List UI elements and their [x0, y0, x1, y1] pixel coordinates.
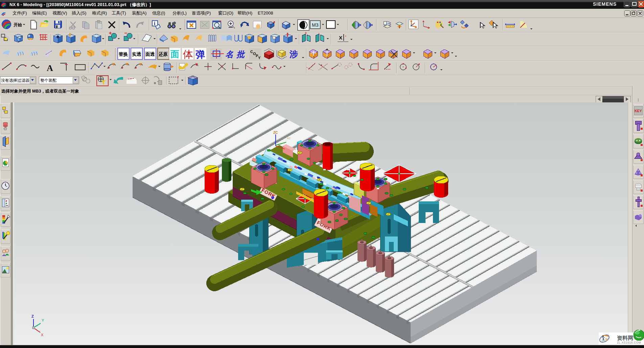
svg-text:信息(I): 信息(I)	[152, 10, 165, 16]
svg-text:替换: 替换	[118, 52, 128, 57]
svg-text:X: X	[601, 337, 605, 342]
svg-text:Y: Y	[42, 318, 44, 322]
svg-text:名: 名	[225, 50, 234, 59]
svg-text:i: i	[154, 21, 155, 26]
svg-text:Y: Y	[258, 56, 261, 60]
svg-text:C: C	[250, 50, 253, 54]
svg-text:S: S	[605, 337, 607, 342]
svg-text:ET2008: ET2008	[258, 10, 273, 16]
svg-text:ZC: ZC	[273, 131, 278, 134]
svg-text:选择对象并使用 MB3，或者双击某一对象: 选择对象并使用 MB3，或者双击某一对象	[1, 89, 79, 94]
svg-text:SIEMENS: SIEMENS	[593, 1, 617, 7]
svg-text:分析(L): 分析(L)	[172, 10, 187, 16]
svg-text:M3: M3	[312, 22, 319, 28]
svg-text:面透: 面透	[145, 52, 155, 57]
svg-text:KEY: KEY	[635, 109, 642, 113]
svg-text:帮助(H): 帮助(H)	[237, 10, 252, 16]
svg-text:NX 6 - Modeling - [(203850)M11: NX 6 - Modeling - [(203850)M110014 rev01…	[9, 2, 151, 7]
svg-text:资料网: 资料网	[617, 335, 633, 341]
svg-text:X: X	[41, 333, 44, 337]
svg-text:-: -	[318, 31, 320, 35]
svg-text:面: 面	[170, 49, 179, 59]
svg-text:装配(A): 装配(A)	[132, 10, 146, 16]
svg-text:弹: 弹	[196, 49, 205, 60]
svg-text:x: x	[345, 34, 346, 38]
svg-text:体: 体	[183, 49, 193, 60]
svg-text:+: +	[305, 31, 307, 35]
svg-text:XC: XC	[287, 137, 291, 140]
svg-text:开始: 开始	[13, 23, 22, 27]
svg-text:工具(T): 工具(T)	[112, 10, 126, 16]
svg-text:还原: 还原	[158, 52, 168, 57]
svg-text:首选项(P): 首选项(P)	[192, 10, 211, 16]
svg-text:A: A	[47, 63, 53, 73]
svg-text:Z: Z	[31, 314, 34, 318]
svg-text:编辑(E): 编辑(E)	[32, 10, 47, 16]
svg-text:实透: 实透	[132, 52, 141, 57]
svg-text:X: X	[339, 35, 342, 41]
svg-text:没有选择过滤器: 没有选择过滤器	[1, 78, 29, 83]
svg-text:批: 批	[236, 50, 246, 59]
svg-text:文件(F): 文件(F)	[13, 10, 27, 16]
svg-text:视图(V): 视图(V)	[52, 10, 67, 16]
svg-text:ZL.XS1616.COM: ZL.XS1616.COM	[617, 341, 641, 344]
svg-text:格式(R): 格式(R)	[92, 10, 107, 16]
svg-text:整个装配: 整个装配	[40, 78, 56, 83]
svg-text:插入(S): 插入(S)	[71, 10, 86, 16]
svg-text:窗口(O): 窗口(O)	[218, 10, 233, 16]
svg-text:涉: 涉	[289, 49, 298, 59]
